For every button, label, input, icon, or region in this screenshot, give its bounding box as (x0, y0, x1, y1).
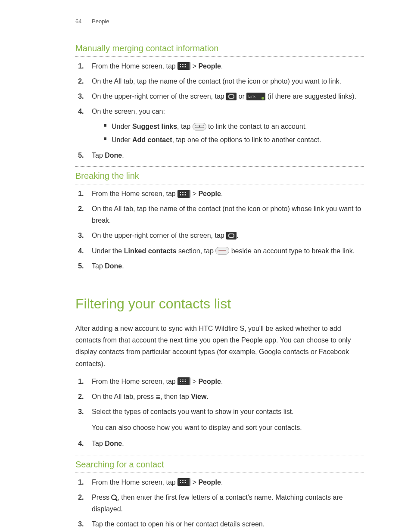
step: Tap Done. (86, 149, 364, 161)
link-suggest-icon: Link (246, 93, 265, 100)
intro-paragraph: After adding a new account to sync with … (75, 323, 364, 370)
step: Tap Done. (86, 260, 364, 272)
apps-grid-icon (177, 190, 190, 198)
divider (75, 455, 364, 455)
divider (75, 56, 364, 57)
sub-item: Under Add contact, tap one of the option… (104, 134, 364, 146)
step: From the Home screen, tap > People. (86, 60, 364, 72)
step: From the Home screen, tap > People. (86, 188, 364, 199)
step-note: You can also choose how you want to disp… (92, 422, 364, 433)
step: Tap Done. (86, 438, 364, 449)
step: Select the types of contacts you want to… (86, 406, 364, 433)
steps-filtering: From the Home screen, tap > People. On t… (75, 376, 364, 450)
heading-searching: Searching for a contact (75, 458, 364, 471)
step: Tap the contact to open his or her conta… (86, 518, 364, 530)
step: Under the Linked contacts section, tap b… (86, 245, 364, 257)
break-link-pill-icon (215, 247, 229, 255)
step: On the screen, you can: Under Suggest li… (86, 106, 364, 146)
heading-manual-merge: Manually merging contact information (75, 42, 364, 55)
step: From the Home screen, tap > People. (86, 376, 364, 387)
step: On the upper-right corner of the screen,… (86, 90, 364, 102)
divider (75, 184, 364, 184)
step: On the upper-right corner of the screen,… (86, 230, 364, 241)
divider (75, 166, 364, 167)
link-pair-pill-icon (193, 123, 206, 131)
step: On the All tab, tap the name of the cont… (86, 75, 364, 87)
search-icon (111, 495, 117, 501)
link-icon (226, 93, 237, 100)
step: Press , then enter the first few letters… (86, 492, 364, 515)
apps-grid-icon (177, 377, 190, 385)
step: From the Home screen, tap > People. (86, 476, 364, 488)
apps-grid-icon (177, 62, 190, 70)
page-header: 64 People (75, 17, 364, 26)
steps-manual-merge: From the Home screen, tap > People. On t… (75, 60, 364, 161)
heading-filtering: Filtering your contacts list (75, 293, 364, 314)
link-icon (226, 232, 237, 240)
sub-list: Under Suggest links, tap to link the con… (92, 121, 364, 146)
divider (75, 473, 364, 473)
sub-item: Under Suggest links, tap to link the con… (104, 121, 364, 132)
step: On the All tab, tap the name of the cont… (86, 203, 364, 226)
apps-grid-icon (177, 478, 190, 486)
step: On the All tab, press ≡, then tap View. (86, 391, 364, 402)
page-number: 64 (75, 18, 81, 25)
steps-searching: From the Home screen, tap > People. Pres… (75, 476, 364, 530)
steps-break-link: From the Home screen, tap > People. On t… (75, 188, 364, 272)
heading-break-link: Breaking the link (75, 169, 364, 182)
menu-icon: ≡ (156, 393, 161, 401)
divider (75, 39, 364, 39)
section-name: People (92, 18, 109, 25)
